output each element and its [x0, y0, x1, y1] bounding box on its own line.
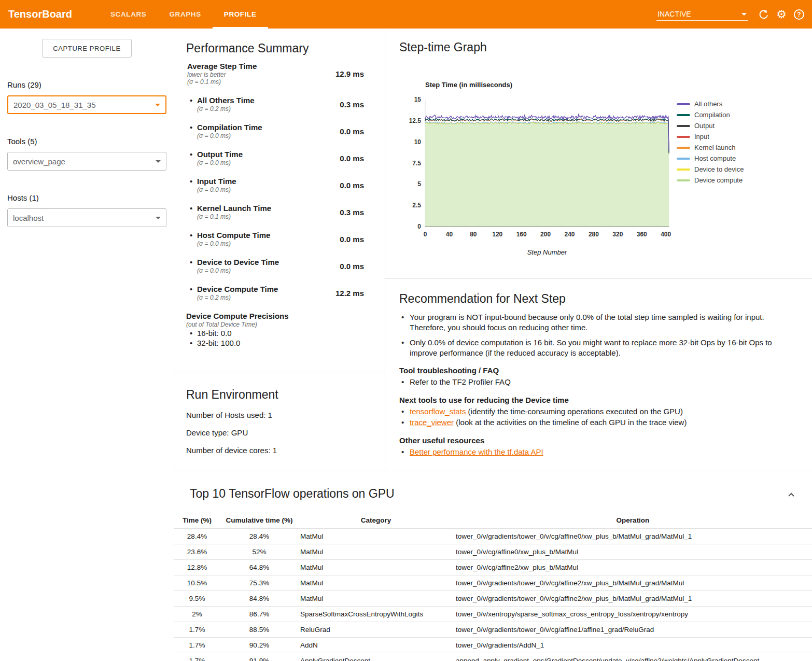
- svg-text:0: 0: [424, 231, 427, 238]
- table-column-header: Operation: [454, 512, 812, 529]
- legend-swatch: [677, 158, 690, 160]
- table-row: 28.4%28.4%MatMultower_0/v/gradients/towe…: [174, 529, 812, 544]
- table-cell: 88.5%: [220, 622, 298, 638]
- run-environment-line: Number of Hosts used: 1: [186, 411, 374, 419]
- legend-label: Input: [694, 133, 709, 140]
- performance-summary-section: Performance Summary Average Step Time lo…: [174, 29, 385, 372]
- ops-table-body: 28.4%28.4%MatMultower_0/v/gradients/towe…: [174, 529, 812, 661]
- legend-item: Input: [677, 131, 744, 142]
- legend-label: Output: [694, 122, 715, 130]
- table-row: 23.6%52%MatMultower_0/v/cg/affine0/xw_pl…: [174, 544, 812, 560]
- recommendation-section: Recommendation for Next Step Your progra…: [385, 279, 812, 471]
- metric-value: 0.0 ms: [340, 262, 364, 271]
- perf-metric-row: Kernel Launch Time(σ = 0.1 ms)0.3 ms: [186, 204, 364, 220]
- runs-label: Runs (29): [7, 80, 166, 89]
- help-icon[interactable]: ?: [790, 6, 808, 23]
- table-row: 2%86.7%SparseSoftmaxCrossEntropyWithLogi…: [174, 607, 812, 622]
- legend-swatch: [677, 168, 690, 171]
- table-cell: tower_0/v/cg/affine0/xw_plus_b/MatMul: [454, 544, 812, 560]
- top-ops-section: Top 10 TensorFlow operations on GPU Time…: [174, 471, 812, 661]
- table-cell: ReluGrad: [298, 622, 454, 638]
- metric-sigma: (σ = 0.0 ms): [197, 267, 279, 274]
- step-time-graph-section: Step-time Graph Step Time (in millisecon…: [385, 29, 812, 279]
- table-cell: 90.2%: [220, 638, 298, 653]
- legend-item: Host compute: [677, 153, 744, 164]
- perf-metric-row: Device to Device Time(σ = 0.0 ms)0.0 ms: [186, 258, 364, 274]
- table-cell: tower_0/v/gradients/tower_0/v/cg/affine2…: [454, 575, 812, 591]
- svg-text:240: 240: [565, 231, 575, 238]
- legend-swatch: [677, 103, 690, 105]
- inline-link[interactable]: tensorflow_stats: [410, 407, 466, 416]
- tab-graphs[interactable]: GRAPHS: [158, 0, 212, 29]
- table-cell: tower_0/v/cg/affine2/xw_plus_b/MatMul: [454, 560, 812, 575]
- recommendation-subsection-list: Better performance with the tf.data API: [399, 447, 789, 457]
- metric-value: 0.0 ms: [340, 235, 364, 244]
- gear-icon[interactable]: ⚙: [773, 6, 790, 23]
- runs-select-value: 2020_03_05_18_31_35: [13, 101, 96, 109]
- chevron-down-icon: [741, 13, 747, 16]
- svg-text:360: 360: [637, 231, 647, 238]
- metric-sigma: (σ = 0.0 ms): [197, 186, 236, 193]
- legend-label: Kernel launch: [694, 144, 736, 151]
- metric-value: 0.3 ms: [340, 208, 364, 217]
- run-environment-line: Number of device cores: 1: [186, 446, 374, 455]
- list-item-text: (look at the activities on the timeline …: [454, 418, 687, 427]
- metric-label: Input Time: [197, 177, 236, 186]
- capture-profile-button[interactable]: CAPTURE PROFILE: [42, 39, 131, 58]
- tab-scalars[interactable]: SCALARS: [99, 0, 158, 29]
- metric-label: Host Compute Time: [197, 231, 270, 240]
- inline-link[interactable]: trace_viewer: [410, 418, 454, 427]
- metric-subtext: lower is better: [187, 71, 257, 78]
- status-dropdown-value: INACTIVE: [657, 10, 691, 18]
- table-cell: 12.8%: [174, 560, 220, 575]
- inline-link[interactable]: Better performance with the tf.data API: [410, 447, 543, 456]
- svg-text:200: 200: [540, 231, 551, 238]
- table-row: 1.7%91.9%ApplyGradientDescentappend_appl…: [174, 653, 812, 661]
- recommendation-title: Recommendation for Next Step: [399, 292, 789, 306]
- table-cell: 9.5%: [174, 591, 220, 607]
- run-environment-title: Run Environment: [186, 388, 374, 402]
- hosts-select[interactable]: localhost: [7, 208, 166, 227]
- precision-item: 32-bit: 100.0: [186, 338, 364, 348]
- legend-item: Device to device: [677, 164, 744, 175]
- metric-label: All Others Time: [197, 96, 255, 105]
- table-cell: 28.4%: [220, 529, 298, 544]
- svg-text:400: 400: [661, 231, 671, 238]
- table-cell: MatMul: [298, 560, 454, 575]
- precisions-list: 16-bit: 0.032-bit: 100.0: [186, 328, 364, 348]
- legend-item: Device compute: [677, 175, 744, 186]
- perf-metric-row: Compilation Time(σ = 0.0 ms)0.0 ms: [186, 123, 364, 139]
- recommendation-bullet: Only 0.0% of device computation is 16 bi…: [399, 337, 789, 358]
- table-cell: 1.7%: [174, 653, 220, 661]
- metric-sigma: (σ = 0.2 ms): [197, 294, 278, 301]
- perf-metric-row: Device Compute Time(σ = 0.2 ms)12.2 ms: [186, 285, 364, 301]
- tools-select[interactable]: overview_page: [7, 152, 166, 171]
- recommendation-subheading: Next tools to use for reducing the Devic…: [399, 396, 789, 404]
- list-item: Better performance with the tf.data API: [399, 447, 789, 457]
- table-cell: 1.7%: [174, 638, 220, 653]
- table-cell: 84.8%: [220, 591, 298, 607]
- svg-text:15: 15: [414, 96, 422, 103]
- step-time-chart: 02.557.51012.515040801201602002402803203…: [403, 77, 676, 248]
- metric-value: 0.3 ms: [340, 100, 364, 109]
- table-row: 1.7%88.5%ReluGradtower_0/v/gradients/tow…: [174, 622, 812, 638]
- table-cell: tower_0/v/xentropy/sparse_softmax_cross_…: [454, 607, 812, 622]
- status-dropdown[interactable]: INACTIVE: [656, 8, 748, 21]
- metric-sigma: (σ = 0.1 ms): [187, 78, 257, 86]
- recommendation-subheading: Other useful resources: [399, 436, 789, 445]
- tab-profile[interactable]: PROFILE: [213, 0, 268, 29]
- chevron-down-icon: [155, 104, 160, 106]
- top-ops-table: Time (%)Cumulative time (%)CategoryOpera…: [174, 512, 812, 661]
- app-header: TensorBoard SCALARS GRAPHS PROFILE INACT…: [0, 0, 812, 29]
- legend-item: Output: [677, 120, 744, 131]
- chevron-up-icon[interactable]: [786, 490, 796, 500]
- metric-label: Average Step Time: [187, 62, 257, 71]
- table-column-header: Category: [298, 512, 454, 529]
- metric-label: Device to Device Time: [197, 258, 279, 267]
- recommendation-subheading: Tool troubleshooting / FAQ: [399, 366, 789, 375]
- refresh-icon[interactable]: [755, 6, 773, 23]
- runs-select[interactable]: 2020_03_05_18_31_35: [7, 95, 166, 114]
- table-cell: 2%: [174, 607, 220, 622]
- perf-metric-row: Host Compute Time(σ = 0.0 ms)0.0 ms: [186, 231, 364, 247]
- perf-metric-row: All Others Time(σ = 0.2 ms)0.3 ms: [186, 96, 364, 112]
